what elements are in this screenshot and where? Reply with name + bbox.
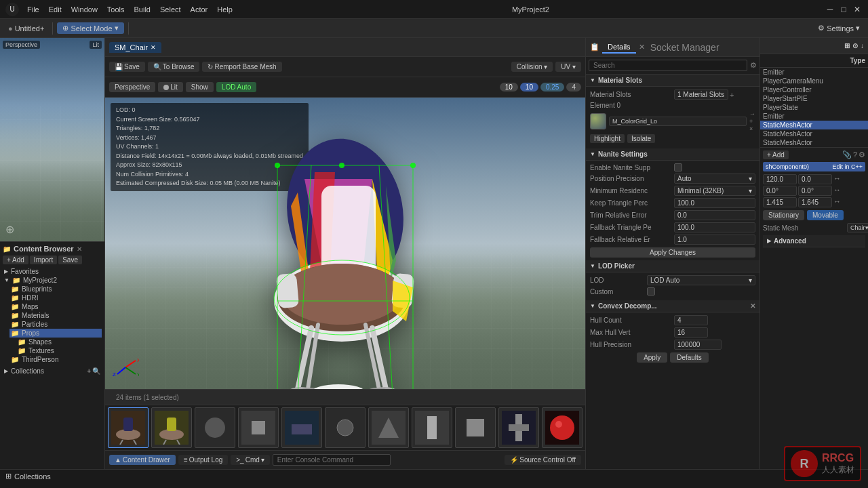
menu-file[interactable]: File <box>23 4 43 15</box>
menu-actor[interactable]: Actor <box>186 4 212 15</box>
asset-thumb-8[interactable] <box>412 407 452 448</box>
tree-item-thirdperson[interactable]: 📁 ThirdPerson <box>9 355 102 364</box>
mini-lit-btn[interactable]: Lit <box>90 41 102 49</box>
max-hull-vert-input[interactable] <box>674 327 708 338</box>
menu-build[interactable]: Build <box>130 4 155 15</box>
tree-item-blueprints[interactable]: 📁 Blueprints <box>9 285 102 293</box>
menu-select[interactable]: Select <box>156 4 185 15</box>
asset-thumb-red[interactable] <box>542 407 583 448</box>
tree-item-materials[interactable]: 📁 Materials <box>9 311 102 320</box>
collections-item[interactable]: ▶ Collections + 🔍 <box>3 367 102 375</box>
transform-x3[interactable] <box>763 197 797 207</box>
transform-y3[interactable] <box>798 197 832 207</box>
transform-y1[interactable] <box>798 174 832 184</box>
collision-button[interactable]: Collision ▾ <box>511 62 553 72</box>
maximize-button[interactable]: □ <box>838 4 849 15</box>
save-content-button[interactable]: Save <box>58 256 82 264</box>
lod-picker-header[interactable]: ▼ LOD Picker <box>586 260 760 272</box>
convex-header[interactable]: ▼ Convex Decomp... ✕ <box>586 300 760 312</box>
defaults-button[interactable]: Defaults <box>670 352 709 363</box>
lit-button[interactable]: Lit <box>158 82 183 92</box>
apply-changes-button[interactable]: Apply Changes <box>590 247 755 258</box>
source-control-button[interactable]: ⚡ Source Control Off <box>505 455 581 465</box>
collections-search-icon[interactable]: 🔍 <box>92 367 100 375</box>
type-item-8[interactable]: StaticMeshActor <box>760 138 868 147</box>
stat-025[interactable]: 0.25 <box>540 83 564 92</box>
type-item-4[interactable]: PlayerState <box>760 103 868 112</box>
asset-thumb-10[interactable] <box>498 407 539 448</box>
browse-button[interactable]: 🔍 To Browse <box>148 62 200 72</box>
hull-precision-input[interactable] <box>674 340 722 350</box>
asset-thumb-5[interactable] <box>281 407 322 448</box>
content-browser-close[interactable]: ✕ <box>77 245 82 253</box>
type-item-5[interactable]: Emitter <box>760 112 868 121</box>
min-residency-select[interactable]: Minimal (32KB) ▾ <box>674 186 755 196</box>
collections-add-icon[interactable]: + <box>87 367 91 375</box>
transform-reset-3[interactable]: ↔ <box>833 197 841 207</box>
static-mesh-select[interactable]: Chair ▾ <box>847 223 868 232</box>
material-slots-header[interactable]: ▼ Material Slots <box>586 75 760 87</box>
close-button[interactable]: ✕ <box>852 4 863 15</box>
remport-button[interactable]: ↻ Remport Base Mesh <box>202 62 281 72</box>
highlight-button[interactable]: Highlight <box>590 134 625 143</box>
transform-y2[interactable] <box>798 186 832 196</box>
type-item-2[interactable]: PlayerController <box>760 85 868 94</box>
menu-window[interactable]: Window <box>67 4 102 15</box>
add-slot-icon[interactable]: + <box>730 91 734 99</box>
perspective-button[interactable]: Perspective <box>109 82 155 92</box>
details-close-icon[interactable]: ✕ <box>639 43 645 52</box>
cmd-button[interactable]: >_ Cmd ▾ <box>231 455 270 465</box>
transform-x2[interactable] <box>763 186 797 196</box>
minimize-button[interactable]: ─ <box>825 4 835 15</box>
menu-edit[interactable]: Edit <box>45 4 66 15</box>
transform-reset-1[interactable]: ↔ <box>833 174 841 184</box>
type-panel-icon1[interactable]: ⊞ <box>844 42 850 49</box>
nanite-settings-header[interactable]: ▼ Nanite Settings <box>586 148 760 161</box>
transform-x1[interactable] <box>763 174 797 184</box>
trim-error-value[interactable]: 0.0 <box>674 210 755 220</box>
type-panel-icon3[interactable]: ↓ <box>861 42 864 49</box>
asset-thumb-6[interactable] <box>325 407 366 448</box>
select-mode-button[interactable]: ⊕ Select Mode ▾ <box>57 22 123 34</box>
details-tab[interactable]: Details <box>602 41 636 54</box>
custom-checkbox[interactable] <box>647 287 655 296</box>
details-search[interactable] <box>589 60 747 71</box>
material-name[interactable]: M_ColorGrid_Lo <box>609 117 747 126</box>
viewport-area[interactable]: LOD: 0 Current Screen Size: 0.565047 Tri… <box>105 98 585 389</box>
viewport-tab-close[interactable]: ✕ <box>151 44 156 51</box>
save-viewport-button[interactable]: 💾 Save <box>109 62 145 72</box>
stat-4[interactable]: 4 <box>566 83 581 92</box>
stat-10-1[interactable]: 10 <box>500 83 518 92</box>
position-precision-select[interactable]: Auto ▾ <box>674 174 755 184</box>
edit-cpp-link[interactable]: Edit in C++ <box>832 163 863 170</box>
stationary-button[interactable]: Stationary <box>763 210 804 220</box>
content-drawer-button[interactable]: ▲ Content Drawer <box>109 455 176 465</box>
tree-item-textures[interactable]: 📁 Textures <box>16 346 102 355</box>
hull-count-input[interactable] <box>674 315 708 325</box>
viewport-tab[interactable]: SM_Chair ✕ <box>109 42 161 53</box>
type-item-6[interactable]: StaticMeshActor <box>760 121 868 129</box>
slot-action-3[interactable]: × <box>749 125 755 132</box>
console-input[interactable] <box>273 454 391 466</box>
enable-nanite-checkbox[interactable] <box>674 163 682 171</box>
tree-item-hdri[interactable]: 📁 HDRI <box>9 293 102 302</box>
slot-action-1[interactable]: → <box>749 110 755 117</box>
type-item-3[interactable]: PlayerStartPIE <box>760 94 868 103</box>
menu-tools[interactable]: Tools <box>103 4 129 15</box>
comp-icon-3[interactable]: ⚙ <box>859 150 865 159</box>
asset-thumb-3[interactable] <box>195 407 235 448</box>
fallback-relative-value[interactable]: 1.0 <box>674 235 755 245</box>
comp-icon-2[interactable]: ? <box>853 150 857 159</box>
type-item-7[interactable]: StaticMeshActor <box>760 129 868 138</box>
favorites-section[interactable]: ▶ Favorites <box>3 267 102 276</box>
type-item-0[interactable]: Emitter <box>760 68 868 77</box>
lod-select[interactable]: LOD Auto ▾ <box>647 275 755 285</box>
asset-thumb-yellow[interactable] <box>151 407 192 448</box>
add-component-button[interactable]: + Add <box>763 150 789 159</box>
asset-thumb-4[interactable] <box>238 407 279 448</box>
keep-triangle-value[interactable]: 100.0 <box>674 198 755 208</box>
lod-auto-button[interactable]: LOD Auto <box>216 82 256 92</box>
stat-10-2[interactable]: 10 <box>520 83 538 92</box>
isolate-button[interactable]: Isolate <box>627 134 655 143</box>
tree-item-maps[interactable]: 📁 Maps <box>9 302 102 311</box>
